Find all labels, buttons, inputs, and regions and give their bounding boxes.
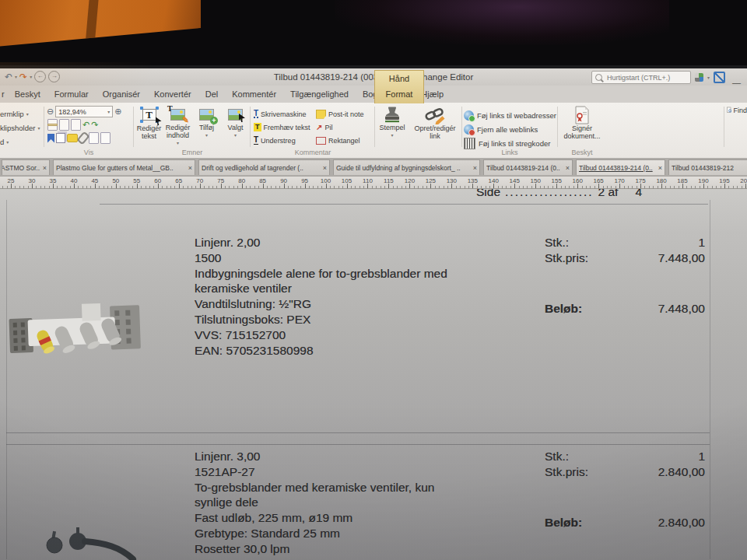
amount-value: 2.840,00 [604,515,705,530]
emner-button-valgt[interactable]: Valgt▾ [221,103,250,147]
bookmark-icon[interactable] [47,134,54,143]
document-tab-label: Drift og vedligehold af tagrender (.. [202,164,321,172]
document-tab[interactable]: Tilbud 01443819-214 (0..× [483,159,573,175]
kommentar-button-rektangel[interactable]: Rektangel [316,134,375,147]
emner-button-redig-r-indhold[interactable]: T✎Redigér indhold▾ [163,103,192,147]
page-layout-icon[interactable] [71,119,81,131]
menu-item-tilgængelighed[interactable]: Tilgængelighed [283,89,356,99]
document-tab-label: Tilbud 01443819-212 [672,164,745,172]
ribbon-group-kommentar: TSkrivemaskineTFremhæv tekstTUnderstregP… [251,103,374,158]
kommentar-button-skrivemaskine[interactable]: TSkrivemaskine [254,107,316,121]
add-object-icon: + [199,109,214,121]
copy-icon[interactable] [56,133,65,143]
ruler-number: 80 [234,177,250,184]
clipped-label: ermklip [0,110,24,118]
rotate-left-icon[interactable]: ↶ [82,120,89,130]
page-layout-icon[interactable] [59,119,69,131]
chevron-down-icon: ▾ [37,125,40,131]
menu-item-konvert-r[interactable]: Konvertér [147,89,198,99]
menu-item-partial[interactable]: r [0,89,8,99]
export-icon[interactable] [100,132,110,144]
kommentar-button-understreg[interactable]: TUnderstreg [254,134,316,147]
menu-item-del[interactable]: Del [198,89,226,99]
stamp-button[interactable]: Stempel ▾ [377,103,408,139]
find-panel-button[interactable]: Find [727,105,747,115]
orange-lamp-glow [0,0,201,48]
comment-icon[interactable] [67,134,78,142]
ruler-number: 100 [318,177,334,184]
kommentar-button-post-it-note[interactable]: Post-it note [316,107,375,121]
find-icon [727,105,731,115]
tab-haand[interactable]: Hånd [375,71,423,86]
chevron-down-icon: ▾ [107,109,110,114]
chevron-down-icon[interactable]: ▾ [707,75,710,80]
find-label: Find [733,107,747,114]
links-button-føj-links-til-webadresser[interactable]: Føj links til webadresser [464,108,556,122]
button-label: Fjern alle weblinks [477,125,538,134]
document-tab-label: Tilbud 01443819-214 (0.. [486,164,563,172]
zoom-level-combobox[interactable]: 182,94% ▾ [55,106,113,117]
kommentar-button-pil[interactable]: ↗Pil [316,121,375,134]
sign-document-button[interactable]: Signér dokument... [559,103,605,140]
document-tab-bar: ASTMO Sor..×Plastmo Glue for gutters of … [0,158,747,176]
button-label: Post-it note [328,110,364,118]
menu-item-organis-r[interactable]: Organisér [96,89,147,99]
emner-button-redig-r-tekst[interactable]: TRedigér tekst [135,103,163,147]
ribbon-group-vis: ⊖ 182,94% ▾ ⊕ ↶ ↷ [45,103,132,158]
unit-price-label: Stk.pris: [545,250,588,266]
item-qty-labels: Stk.: Stk.pris: [545,449,588,480]
close-icon[interactable]: × [566,164,570,172]
rotate-right-icon[interactable]: ↷ [91,120,98,130]
document-tab-label: Guide til udfyldning af bygningsdelskort… [336,164,471,172]
close-icon[interactable]: × [43,164,47,172]
document-tab[interactable]: Tilbud 01443819-214 (0..× [576,159,665,175]
document-tab[interactable]: Guide til udfyldning af bygningsdelskort… [333,159,480,175]
item-description-lines: Indbygningsdele alene for to-grebsblande… [195,266,447,359]
create-edit-link-button[interactable]: Opret/redigér link [409,103,461,140]
document-tab[interactable]: Tilbud 01443819-212× [668,159,747,175]
ribbon-toolbar: ermklip▾klipsholder▾d▾ ⊖ 182,94% ▾ ⊕ ↶ [0,103,747,159]
menu-item-formular[interactable]: Formular [47,89,96,99]
item-line-number: Linjenr. 2,00 [195,235,447,250]
room-background [0,0,747,72]
page-indicator: Side .................. 2 af 4 [476,189,642,200]
links-button-fjern-alle-weblinks[interactable]: Fjern alle weblinks [464,122,556,136]
pdf-page[interactable]: Side .................. 2 af 4 Linjenr. … [0,189,747,560]
fullscreen-icon[interactable] [714,72,725,83]
page-layout-icon-active[interactable] [47,124,58,126]
close-icon[interactable]: × [658,164,662,172]
item-desc-line: Vandtilslutning: ½"RG [195,296,447,312]
emner-button-tilføj[interactable]: +Tilføj▾ [192,103,221,147]
horizontal-ruler[interactable]: 2530354045505560657075808590951001051101… [0,176,747,189]
zoom-out-icon[interactable]: ⊖ [47,107,54,116]
select-object-icon [228,109,243,121]
document-tab[interactable]: Plastmo Glue for gutters of Metal__GB..× [53,159,195,175]
search-input[interactable] [605,73,686,82]
document-tab[interactable]: Drift og vedligehold af tagrender (..× [198,159,330,175]
zoom-in-icon[interactable]: ⊕ [114,107,121,116]
table-border [6,444,710,445]
ribbon-clipped-item-ermklip[interactable]: ermklip▾ [0,107,43,121]
tab-format[interactable]: Format [375,86,423,102]
close-icon[interactable]: × [323,164,327,172]
export-icon[interactable] [89,132,99,144]
qty-label: Stk.: [545,235,588,250]
group-label-beskyt: Beskyt [559,149,605,156]
ruler-number: 85 [255,177,271,184]
edit-content-icon: T✎ [170,109,185,121]
document-tab[interactable]: ASTMO Sor..× [2,159,50,175]
item-number: 1521AP-27 [195,464,434,480]
ribbon-clipped-item-klipsholder[interactable]: klipsholder▾ [0,121,43,135]
ribbon-clipped-item-d[interactable]: d▾ [0,135,43,149]
close-icon[interactable]: × [473,164,477,172]
menu-item-komment-r[interactable]: Kommentér [225,89,283,99]
menu-item-beskyt[interactable]: Beskyt [8,89,47,99]
ruler-number: 55 [129,177,145,184]
page-view-icons: ↶ ↷ [47,119,132,131]
link-icon [425,106,446,124]
quick-launch-searchbox[interactable] [591,71,691,84]
ui-theme-icon[interactable] [695,73,703,82]
kommentar-button-fremhæv-tekst[interactable]: TFremhæv tekst [254,121,316,134]
screenshot: ↶▾ ↷▾ ← → Tilbud 01443819-214 (003) - PD… [0,0,747,560]
close-icon[interactable]: × [188,164,192,172]
